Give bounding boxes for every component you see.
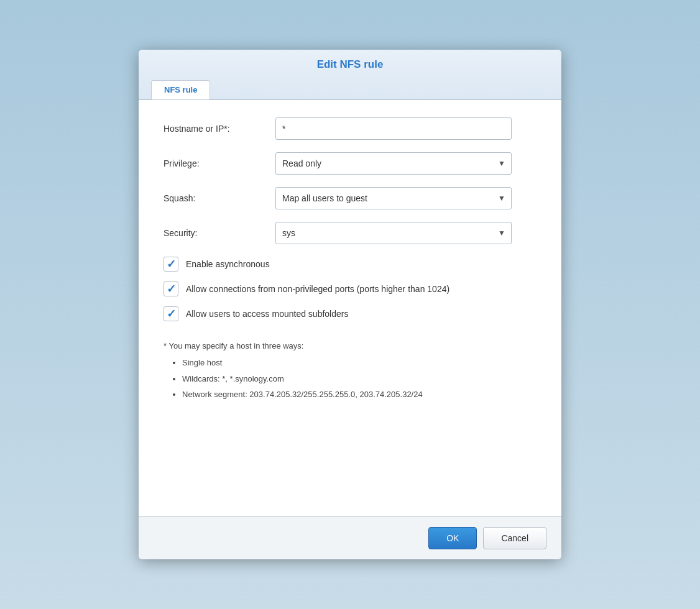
hostname-label: Hostname or IP*: <box>163 124 275 134</box>
checkbox-nonpriv-row: ✓ Allow connections from non-privileged … <box>163 282 537 296</box>
ok-button[interactable]: OK <box>428 527 477 549</box>
note-item-network: Network segment: 203.74.205.32/255.255.2… <box>182 387 537 401</box>
security-select-wrapper: sys krb5 krb5i krb5p ▼ <box>275 222 512 244</box>
checkbox-subfolders-label: Allow users to access mounted subfolders <box>186 309 348 319</box>
squash-select-wrapper: Map all users to guest No mapping Map ro… <box>275 187 512 209</box>
checkbox-subfolders[interactable]: ✓ <box>163 306 178 321</box>
cancel-button[interactable]: Cancel <box>483 527 546 549</box>
checkbox-nonpriv[interactable]: ✓ <box>163 282 178 296</box>
checkmark-async: ✓ <box>167 259 176 270</box>
dialog-title: Edit NFS rule <box>151 58 549 71</box>
checkbox-async-row: ✓ Enable asynchronous <box>163 257 537 272</box>
privilege-select[interactable]: Read only Read/Write <box>275 152 512 175</box>
note-list: Single host Wildcards: *, *.synology.com… <box>163 355 537 401</box>
note-item-wildcards: Wildcards: *, *.synology.com <box>182 372 537 386</box>
hostname-control <box>275 117 512 140</box>
checkmark-nonpriv: ✓ <box>167 283 176 295</box>
dialog-footer: OK Cancel <box>139 516 561 559</box>
note-text: * You may specify a host in three ways: <box>163 339 537 353</box>
checkbox-async[interactable]: ✓ <box>163 257 178 272</box>
checkbox-subfolders-row: ✓ Allow users to access mounted subfolde… <box>163 306 537 321</box>
hostname-input[interactable] <box>275 117 512 140</box>
hostname-row: Hostname or IP*: <box>163 117 537 140</box>
squash-label: Squash: <box>163 193 275 203</box>
edit-nfs-rule-dialog: Edit NFS rule NFS rule Hostname or IP*: … <box>139 50 561 559</box>
dialog-body: Hostname or IP*: Privilege: Read only Re… <box>139 99 561 516</box>
tab-nfs-rule[interactable]: NFS rule <box>151 80 210 99</box>
privilege-row: Privilege: Read only Read/Write ▼ <box>163 152 537 175</box>
privilege-label: Privilege: <box>163 158 275 168</box>
note-item-single: Single host <box>182 355 537 370</box>
privilege-select-wrapper: Read only Read/Write ▼ <box>275 152 512 175</box>
squash-row: Squash: Map all users to guest No mappin… <box>163 187 537 209</box>
dialog-title-bar: Edit NFS rule NFS rule <box>139 50 561 99</box>
checkbox-nonpriv-label: Allow connections from non-privileged po… <box>186 284 449 294</box>
tab-bar: NFS rule <box>151 80 549 99</box>
checkboxes-section: ✓ Enable asynchronous ✓ Allow connection… <box>163 257 537 321</box>
security-row: Security: sys krb5 krb5i krb5p ▼ <box>163 222 537 244</box>
security-label: Security: <box>163 228 275 238</box>
checkbox-async-label: Enable asynchronous <box>186 259 270 269</box>
security-select[interactable]: sys krb5 krb5i krb5p <box>275 222 512 244</box>
note-section: * You may specify a host in three ways: … <box>163 339 537 402</box>
checkmark-subfolders: ✓ <box>167 308 176 319</box>
squash-select[interactable]: Map all users to guest No mapping Map ro… <box>275 187 512 209</box>
